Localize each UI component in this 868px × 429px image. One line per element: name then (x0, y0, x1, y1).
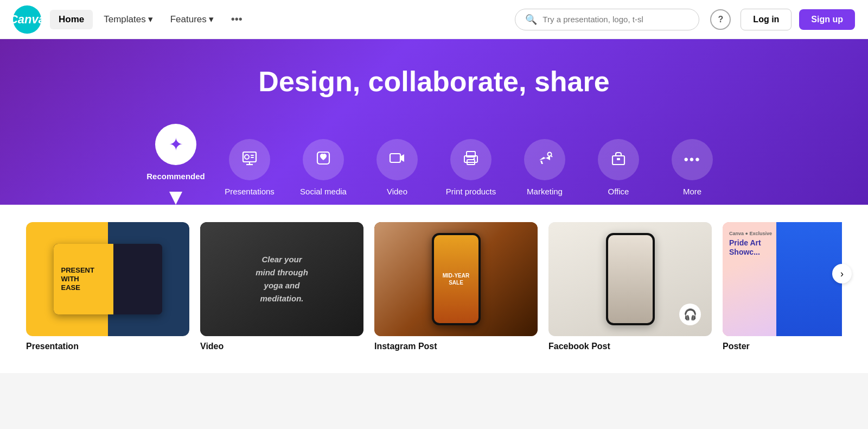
templates-chevron-icon: ▾ (148, 14, 153, 25)
nav-more-dots[interactable]: ••• (225, 9, 249, 30)
logo-button[interactable]: Canva (13, 5, 41, 34)
poster-card-image: Canva ● Exclusive Pride ArtShowc... (723, 222, 842, 336)
svg-point-11 (474, 157, 475, 159)
presentation-card-image: PRESENTWITHEASE (26, 222, 189, 336)
category-more[interactable]: ••• More (660, 139, 725, 205)
signup-button[interactable]: Sign up (799, 9, 855, 30)
features-label: Features (170, 14, 207, 25)
svg-rect-7 (390, 154, 400, 162)
svg-rect-3 (251, 157, 254, 158)
svg-rect-2 (251, 155, 254, 156)
category-print-products[interactable]: Print products (438, 139, 503, 205)
video-label: Video (387, 187, 407, 205)
nav-home[interactable]: Home (50, 10, 93, 29)
nav-features[interactable]: Features ▾ (164, 9, 220, 29)
svg-line-13 (551, 155, 553, 157)
facebook-card-image: 🎧 (548, 222, 712, 336)
help-button[interactable]: ? (710, 9, 731, 30)
office-icon (610, 149, 627, 171)
social-label: Social media (300, 187, 347, 205)
nav-templates[interactable]: Templates ▾ (97, 9, 159, 29)
more-icon: ••• (684, 152, 700, 167)
poster-card-label: Poster (723, 342, 842, 351)
print-circle (450, 139, 492, 180)
recommended-circle: ✦ (155, 124, 196, 165)
instagram-card-label: Instagram Post (374, 342, 538, 351)
video-card-image: Clear yourmind throughyoga andmeditation… (200, 222, 363, 336)
marketing-label: Marketing (527, 187, 563, 205)
office-circle (598, 139, 639, 180)
marketing-circle (524, 139, 565, 180)
social-circle (303, 139, 344, 180)
presentations-icon (241, 149, 258, 171)
category-recommended[interactable]: ✦ Recommended (143, 124, 208, 205)
svg-rect-15 (617, 158, 620, 160)
next-arrow-button[interactable]: › (832, 264, 852, 283)
hero-title: Design, collaborate, share (33, 65, 835, 98)
card-facebook[interactable]: 🎧 Facebook Post (548, 222, 712, 351)
card-poster[interactable]: Canva ● Exclusive Pride ArtShowc... Post… (723, 222, 842, 351)
social-icon (315, 149, 332, 171)
category-social-media[interactable]: Social media (291, 139, 356, 205)
presentations-circle (229, 139, 270, 180)
video-circle (376, 139, 418, 180)
print-icon (462, 149, 480, 171)
search-icon: 🔍 (525, 14, 537, 26)
more-circle: ••• (672, 139, 713, 180)
card-presentation[interactable]: PRESENTWITHEASE Presentation (26, 222, 189, 351)
recommended-icon: ✦ (169, 134, 183, 155)
active-indicator (169, 192, 182, 205)
print-label: Print products (446, 187, 496, 205)
recommended-label: Recommended (146, 172, 205, 190)
search-input[interactable] (542, 15, 689, 24)
instagram-card-image: MID-YEARSALE (374, 222, 538, 336)
more-label: More (683, 187, 701, 205)
video-card-label: Video (200, 342, 363, 351)
category-marketing[interactable]: Marketing (512, 139, 577, 205)
category-presentations[interactable]: Presentations (217, 139, 282, 205)
card-video[interactable]: Clear yourmind throughyoga andmeditation… (200, 222, 363, 351)
facebook-card-label: Facebook Post (548, 342, 712, 351)
hero-banner: Design, collaborate, share ✦ Recommended… (0, 39, 868, 205)
presentation-card-label: Presentation (26, 342, 189, 351)
category-video[interactable]: Video (365, 139, 430, 205)
templates-label: Templates (104, 14, 145, 25)
presentations-label: Presentations (225, 187, 275, 205)
search-bar: 🔍 (515, 9, 699, 30)
cards-wrapper: PRESENTWITHEASE Presentation Clear yourm… (26, 222, 842, 351)
navbar: Canva Home Templates ▾ Features ▾ ••• 🔍 … (0, 0, 868, 39)
category-row: ✦ Recommended Presentations Social media (33, 124, 835, 205)
video-icon (388, 149, 406, 171)
logo-text: Canva (9, 12, 45, 27)
features-chevron-icon: ▾ (209, 14, 214, 25)
card-instagram[interactable]: MID-YEARSALE Instagram Post (374, 222, 538, 351)
office-label: Office (608, 187, 629, 205)
svg-point-12 (548, 152, 552, 156)
login-button[interactable]: Log in (741, 9, 792, 30)
category-office[interactable]: Office (586, 139, 651, 205)
svg-point-1 (245, 155, 249, 159)
marketing-icon (536, 149, 553, 171)
